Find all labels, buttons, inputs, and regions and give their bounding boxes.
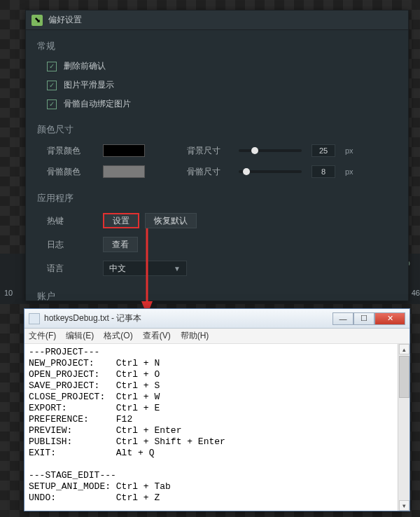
- log-label: 日志: [47, 239, 103, 251]
- checkbox-row-smooth[interactable]: ✓ 图片平滑显示: [26, 76, 408, 95]
- checkbox-icon[interactable]: ✓: [47, 62, 57, 71]
- bg-size-slider[interactable]: [239, 149, 302, 152]
- section-heading-account: 账户: [26, 280, 408, 307]
- bone-size-input[interactable]: 8: [312, 165, 335, 178]
- app-icon: ⬊: [31, 15, 43, 26]
- notepad-icon: [29, 313, 40, 324]
- notepad-text-area[interactable]: ---PROJECT--- NEW_PROJECT: Ctrl + N OPEN…: [24, 344, 398, 511]
- notepad-menubar: 文件(F) 编辑(E) 格式(O) 查看(V) 帮助(H): [24, 329, 410, 344]
- preferences-dialog: ⬊ 偏好设置 常规 ✓ 删除前确认 ✓ 图片平滑显示 ✓ 骨骼自动绑定图片 颜色…: [25, 10, 409, 301]
- notepad-titlebar[interactable]: hotkeysDebug.txt - 记事本 — ☐ ✕: [24, 309, 410, 329]
- notepad-window: hotkeysDebug.txt - 记事本 — ☐ ✕ 文件(F) 编辑(E)…: [24, 308, 410, 511]
- maximize-button[interactable]: ☐: [354, 312, 374, 325]
- hotkey-restore-button[interactable]: 恢复默认: [145, 213, 197, 228]
- hotkey-settings-button[interactable]: 设置: [103, 213, 139, 228]
- menu-file[interactable]: 文件(F): [29, 330, 56, 342]
- unit-label: px: [345, 146, 354, 155]
- notepad-title: hotkeysDebug.txt - 记事本: [44, 312, 141, 324]
- dialog-title: 偏好设置: [48, 14, 82, 26]
- checkbox-icon[interactable]: ✓: [47, 99, 57, 109]
- scroll-down-icon[interactable]: ▾: [399, 500, 410, 511]
- section-heading-general: 常规: [26, 30, 408, 57]
- menu-format[interactable]: 格式(O): [104, 330, 132, 342]
- bg-size-input[interactable]: 25: [312, 144, 335, 157]
- checkbox-row-autobind[interactable]: ✓ 骨骼自动绑定图片: [26, 95, 408, 113]
- language-value: 中文: [109, 263, 126, 275]
- checkbox-label: 图片平滑显示: [64, 79, 114, 91]
- log-view-button[interactable]: 查看: [103, 237, 138, 252]
- bone-size-slider[interactable]: [239, 170, 302, 173]
- bone-color-label: 骨骼颜色: [47, 166, 103, 178]
- scroll-up-icon[interactable]: ▴: [399, 344, 410, 354]
- checkbox-icon[interactable]: ✓: [47, 81, 57, 90]
- bone-color-swatch[interactable]: [103, 165, 145, 178]
- hotkey-label: 热键: [47, 215, 103, 227]
- close-button[interactable]: ✕: [374, 312, 405, 325]
- checkbox-label: 骨骼自动绑定图片: [64, 98, 131, 110]
- minimize-button[interactable]: —: [332, 312, 354, 325]
- ruler-tick: 46: [412, 289, 420, 297]
- unit-label: px: [345, 167, 354, 176]
- menu-view[interactable]: 查看(V): [143, 330, 171, 342]
- dialog-titlebar[interactable]: ⬊ 偏好设置: [26, 11, 408, 30]
- chevron-down-icon: ▼: [174, 265, 181, 273]
- section-heading-app: 应用程序: [26, 182, 408, 209]
- bg-color-swatch[interactable]: [103, 144, 145, 157]
- menu-edit[interactable]: 编辑(E): [66, 330, 94, 342]
- vertical-scrollbar[interactable]: ▴ ▾: [398, 344, 410, 511]
- ruler-tick: 10: [4, 289, 13, 297]
- language-label: 语言: [47, 263, 103, 275]
- checkbox-row-delete[interactable]: ✓ 删除前确认: [26, 57, 408, 76]
- bg-size-label: 背景尺寸: [187, 145, 229, 157]
- checkbox-label: 删除前确认: [64, 60, 106, 72]
- menu-help[interactable]: 帮助(H): [181, 330, 209, 342]
- section-heading-colorsize: 颜色尺寸: [26, 113, 408, 140]
- bone-size-label: 骨骼尺寸: [187, 166, 229, 178]
- scroll-thumb[interactable]: [399, 356, 410, 398]
- language-select[interactable]: 中文 ▼: [103, 261, 187, 276]
- bg-color-label: 背景颜色: [47, 145, 103, 157]
